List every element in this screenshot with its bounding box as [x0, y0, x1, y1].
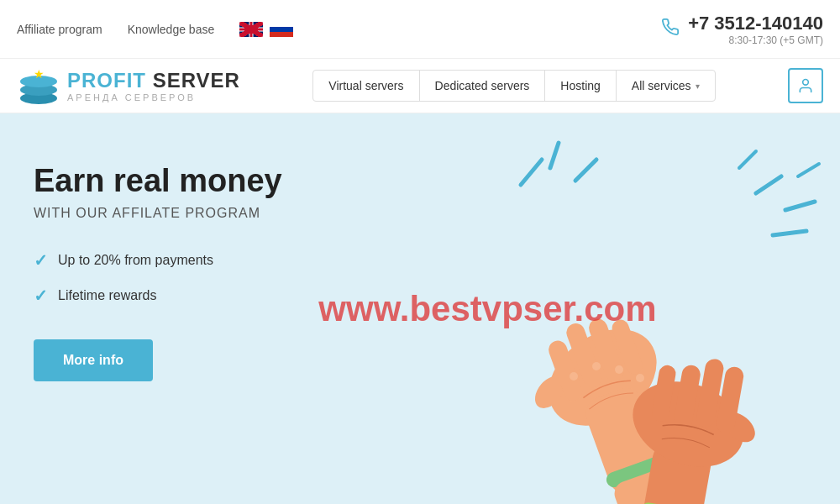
svg-point-36 [592, 362, 601, 370]
phone-icon [661, 18, 680, 40]
logo-server: SERVER [146, 69, 240, 92]
svg-line-13 [785, 202, 815, 210]
svg-line-10 [550, 143, 559, 168]
nav-all-services[interactable]: All services ▾ [617, 71, 715, 101]
chevron-down-icon: ▾ [696, 81, 700, 91]
more-info-button[interactable]: More info [34, 339, 153, 381]
top-bar-right: +7 3512-140140 8:30-17:30 (+5 GMT) [661, 13, 823, 46]
affiliate-link[interactable]: Affiliate program [17, 23, 102, 36]
svg-rect-2 [270, 27, 293, 32]
hero-feature-2-text: Lifetime rewards [58, 288, 156, 303]
logo-subtitle: АРЕНДА СЕРВЕРОВ [67, 92, 240, 102]
nav-virtual-servers[interactable]: Virtual servers [313, 71, 419, 101]
flag-uk-icon[interactable] [239, 22, 263, 37]
hero-content: Earn real money WITH OUR AFFILATE PROGRA… [34, 164, 282, 381]
logo-title: PROFIT SERVER [67, 69, 240, 92]
hero-features: ✓ Up to 20% from payments ✓ Lifetime rew… [34, 250, 282, 306]
svg-point-8 [803, 80, 809, 86]
nav-hosting[interactable]: Hosting [545, 71, 616, 101]
phone-number[interactable]: +7 3512-140140 [688, 13, 823, 34]
logo-icon: ★ [17, 65, 59, 107]
hero-title: Earn real money [34, 164, 282, 199]
svg-line-12 [756, 176, 781, 193]
knowledge-base-link[interactable]: Knowledge base [128, 23, 215, 36]
check-icon-1: ✓ [34, 250, 48, 270]
svg-point-37 [615, 365, 623, 374]
phone-info: +7 3512-140140 8:30-17:30 (+5 GMT) [688, 13, 823, 46]
phone-hours: 8:30-17:30 (+5 GMT) [688, 34, 823, 46]
svg-rect-3 [270, 32, 293, 37]
login-button[interactable] [788, 68, 823, 103]
svg-rect-1 [270, 22, 293, 27]
logo-text: PROFIT SERVER АРЕНДА СЕРВЕРОВ [67, 69, 240, 102]
hero-feature-1-text: Up to 20% from payments [58, 253, 213, 268]
logo[interactable]: ★ PROFIT SERVER АРЕНДА СЕРВЕРОВ [17, 65, 240, 107]
hero-section: Earn real money WITH OUR AFFILATE PROGRA… [0, 113, 840, 504]
svg-text:★: ★ [34, 67, 45, 81]
flag-ru-icon[interactable] [270, 22, 293, 37]
svg-line-16 [798, 164, 819, 176]
svg-line-9 [521, 160, 542, 185]
svg-line-15 [739, 151, 756, 168]
top-bar: Affiliate program Knowledge base [0, 0, 840, 59]
nav-dedicated-servers[interactable]: Dedicated servers [420, 71, 546, 101]
svg-line-14 [773, 231, 806, 235]
nav-bar: ★ PROFIT SERVER АРЕНДА СЕРВЕРОВ Virtual … [0, 59, 840, 113]
hero-subtitle: WITH OUR AFFILATE PROGRAM [34, 206, 282, 221]
logo-profit: PROFIT [67, 69, 146, 92]
language-flags [239, 22, 293, 37]
hero-illustration [420, 134, 840, 504]
hero-feature-1: ✓ Up to 20% from payments [34, 250, 282, 270]
svg-point-38 [636, 374, 644, 382]
top-bar-left: Affiliate program Knowledge base [17, 22, 293, 37]
check-icon-2: ✓ [34, 286, 48, 306]
svg-rect-0 [239, 22, 263, 37]
nav-menu: Virtual servers Dedicated servers Hostin… [312, 70, 715, 102]
hero-feature-2: ✓ Lifetime rewards [34, 286, 282, 306]
svg-line-11 [575, 160, 596, 181]
svg-point-35 [570, 372, 578, 381]
